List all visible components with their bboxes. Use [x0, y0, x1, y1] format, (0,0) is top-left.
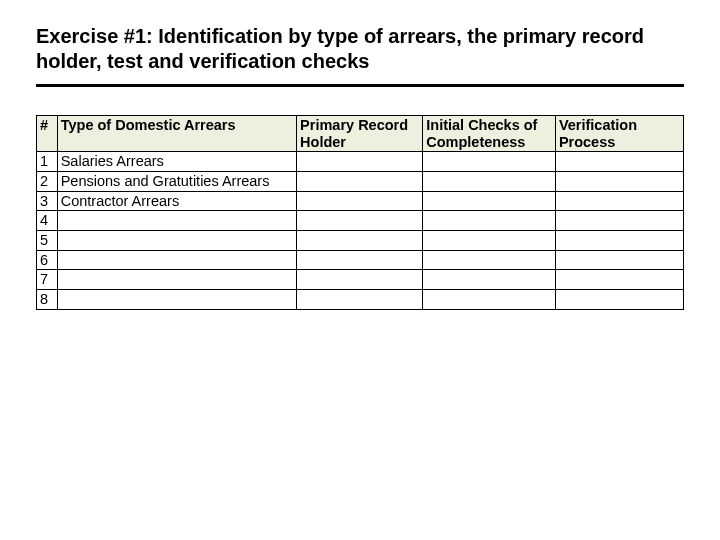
- col-header-type: Type of Domestic Arrears: [57, 116, 296, 152]
- cell-num: 6: [37, 250, 58, 270]
- table-row: 3 Contractor Arrears: [37, 191, 684, 211]
- cell-verification: [555, 211, 683, 231]
- cell-type: Salaries Arrears: [57, 152, 296, 172]
- cell-primary: [297, 191, 423, 211]
- cell-initial: [423, 290, 556, 310]
- cell-initial: [423, 152, 556, 172]
- cell-type: [57, 231, 296, 251]
- cell-type: Pensions and Gratutities Arrears: [57, 172, 296, 192]
- cell-num: 1: [37, 152, 58, 172]
- cell-primary: [297, 250, 423, 270]
- arrears-table: # Type of Domestic Arrears Primary Recor…: [36, 115, 684, 310]
- table-body: 1 Salaries Arrears 2 Pensions and Gratut…: [37, 152, 684, 309]
- cell-num: 2: [37, 172, 58, 192]
- cell-num: 8: [37, 290, 58, 310]
- slide: Exercise #1: Identification by type of a…: [0, 0, 720, 310]
- table-row: 1 Salaries Arrears: [37, 152, 684, 172]
- cell-initial: [423, 191, 556, 211]
- table-row: 8: [37, 290, 684, 310]
- cell-type: [57, 250, 296, 270]
- cell-initial: [423, 172, 556, 192]
- table-row: 2 Pensions and Gratutities Arrears: [37, 172, 684, 192]
- cell-initial: [423, 211, 556, 231]
- cell-num: 5: [37, 231, 58, 251]
- cell-verification: [555, 152, 683, 172]
- cell-num: 3: [37, 191, 58, 211]
- page-title: Exercise #1: Identification by type of a…: [36, 24, 684, 74]
- table-row: 5: [37, 231, 684, 251]
- cell-verification: [555, 172, 683, 192]
- col-header-num: #: [37, 116, 58, 152]
- col-header-verification: Verification Process: [555, 116, 683, 152]
- cell-type: Contractor Arrears: [57, 191, 296, 211]
- col-header-initial: Initial Checks of Completeness: [423, 116, 556, 152]
- cell-verification: [555, 191, 683, 211]
- cell-primary: [297, 231, 423, 251]
- table-header-row: # Type of Domestic Arrears Primary Recor…: [37, 116, 684, 152]
- cell-type: [57, 290, 296, 310]
- cell-type: [57, 211, 296, 231]
- cell-primary: [297, 270, 423, 290]
- cell-initial: [423, 270, 556, 290]
- title-rule: [36, 84, 684, 87]
- cell-type: [57, 270, 296, 290]
- table-row: 6: [37, 250, 684, 270]
- cell-verification: [555, 231, 683, 251]
- table-row: 4: [37, 211, 684, 231]
- cell-verification: [555, 250, 683, 270]
- cell-num: 7: [37, 270, 58, 290]
- cell-verification: [555, 290, 683, 310]
- cell-primary: [297, 211, 423, 231]
- table-row: 7: [37, 270, 684, 290]
- cell-verification: [555, 270, 683, 290]
- cell-initial: [423, 250, 556, 270]
- col-header-primary: Primary Record Holder: [297, 116, 423, 152]
- cell-primary: [297, 290, 423, 310]
- cell-num: 4: [37, 211, 58, 231]
- cell-initial: [423, 231, 556, 251]
- cell-primary: [297, 152, 423, 172]
- cell-primary: [297, 172, 423, 192]
